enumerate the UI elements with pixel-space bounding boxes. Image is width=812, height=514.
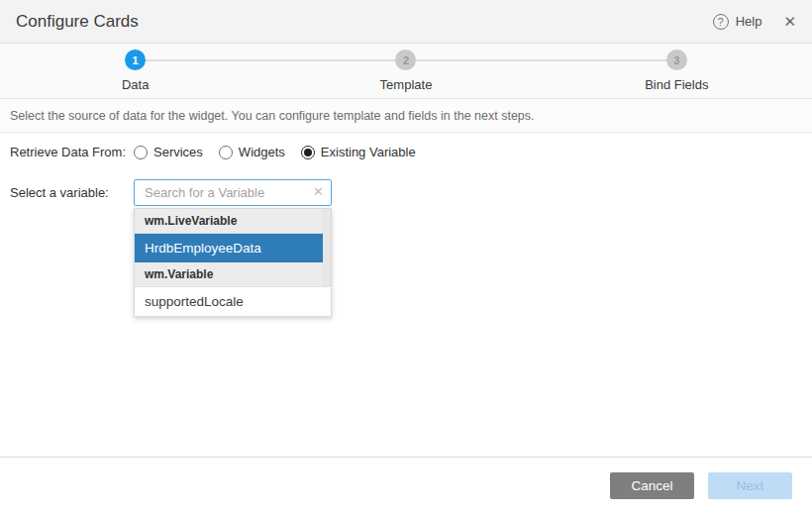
step-2-label: Template bbox=[380, 77, 433, 92]
select-variable-row: Select a variable: ✕ wm.LiveVariable Hrd… bbox=[0, 179, 812, 206]
radio-existing-variable-label: Existing Variable bbox=[321, 145, 416, 159]
help-icon[interactable]: ? bbox=[713, 14, 729, 30]
step-1-circle[interactable]: 1 bbox=[125, 50, 146, 70]
radio-services-circle[interactable] bbox=[134, 146, 148, 159]
radio-existing-variable[interactable]: Existing Variable bbox=[301, 145, 416, 159]
clear-search-icon[interactable]: ✕ bbox=[313, 185, 324, 198]
dropdown-item-supportedlocale[interactable]: supportedLocale bbox=[135, 287, 331, 316]
radio-widgets[interactable]: Widgets bbox=[219, 145, 285, 159]
dropdown-group-header: wm.LiveVariable bbox=[135, 209, 331, 234]
variable-dropdown: wm.LiveVariable HrdbEmployeeData wm.Vari… bbox=[134, 208, 332, 317]
dialog-footer: Cancel Next bbox=[0, 457, 812, 514]
radio-services-label: Services bbox=[153, 145, 203, 159]
radio-existing-variable-circle[interactable] bbox=[301, 146, 315, 159]
dropdown-group-header: wm.Variable bbox=[135, 262, 331, 287]
retrieve-data-row: Retrieve Data From: Services Widgets Exi… bbox=[0, 145, 812, 159]
wizard-stepper: 1 Data 2 Template 3 Bind Fields bbox=[0, 44, 812, 99]
retrieve-data-radio-group: Services Widgets Existing Variable bbox=[134, 145, 416, 159]
close-icon[interactable]: ✕ bbox=[783, 14, 796, 29]
step-description: Select the source of data for the widget… bbox=[0, 99, 812, 133]
step-template[interactable]: 2 Template bbox=[270, 44, 541, 98]
step-data[interactable]: 1 Data bbox=[0, 44, 270, 98]
step-3-label: Bind Fields bbox=[645, 77, 708, 92]
step-3-circle[interactable]: 3 bbox=[666, 50, 687, 70]
variable-combobox: ✕ wm.LiveVariable HrdbEmployeeData wm.Va… bbox=[134, 179, 332, 206]
form-body: Retrieve Data From: Services Widgets Exi… bbox=[0, 133, 812, 206]
page-title: Configure Cards bbox=[16, 12, 139, 32]
help-link[interactable]: Help bbox=[736, 14, 762, 29]
dropdown-item-hrdbemployeedata[interactable]: HrdbEmployeeData bbox=[135, 234, 331, 262]
variable-search-input[interactable] bbox=[134, 179, 332, 206]
dialog-header: Configure Cards ? Help ✕ bbox=[0, 0, 812, 44]
cancel-button[interactable]: Cancel bbox=[610, 472, 694, 499]
radio-services[interactable]: Services bbox=[134, 145, 203, 159]
retrieve-data-label: Retrieve Data From: bbox=[0, 145, 134, 159]
step-bind-fields[interactable]: 3 Bind Fields bbox=[542, 44, 812, 98]
dropdown-scrollbar-thumb[interactable] bbox=[323, 209, 331, 286]
radio-widgets-label: Widgets bbox=[239, 145, 285, 159]
step-2-circle[interactable]: 2 bbox=[395, 50, 416, 70]
header-actions: ? Help ✕ bbox=[713, 14, 796, 30]
next-button[interactable]: Next bbox=[708, 472, 792, 499]
radio-widgets-circle[interactable] bbox=[219, 146, 233, 159]
step-1-label: Data bbox=[122, 77, 149, 92]
select-variable-label: Select a variable: bbox=[0, 179, 134, 200]
